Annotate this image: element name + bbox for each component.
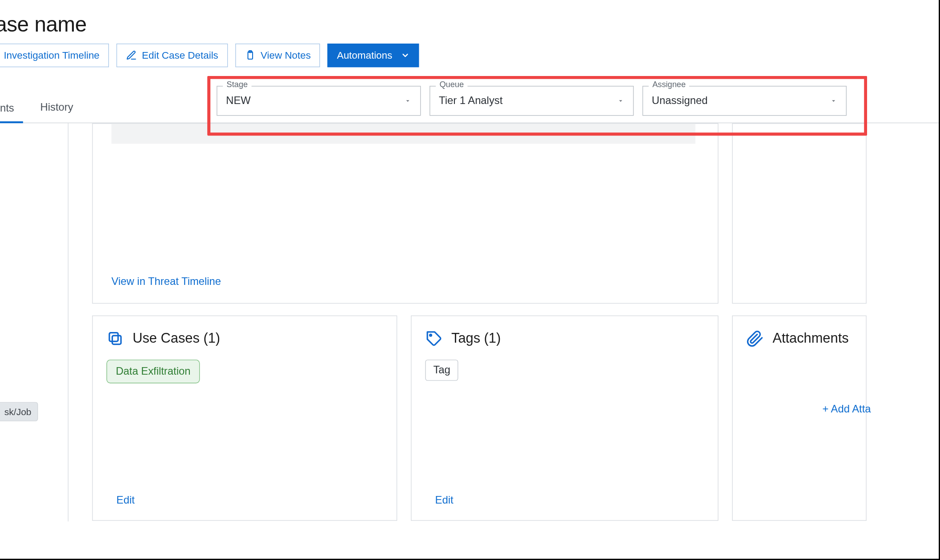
toolbar: Investigation Timeline Edit Case Details… <box>0 44 419 67</box>
use-cases-header: Use Cases (1) <box>106 330 383 347</box>
stage-select[interactable]: NEW <box>217 86 421 116</box>
paperclip-icon <box>747 330 764 347</box>
task-job-chip[interactable]: sk/Job <box>0 402 38 421</box>
use-case-chip[interactable]: Data Exfiltration <box>106 360 200 383</box>
edit-case-details-button[interactable]: Edit Case Details <box>116 44 228 67</box>
caret-down-icon <box>404 97 412 104</box>
stage-value: NEW <box>226 95 251 107</box>
copy-stack-icon <box>106 330 124 347</box>
add-attachment-link[interactable]: + Add Atta <box>822 403 871 416</box>
attachments-title: Attachments <box>772 330 848 346</box>
queue-field: Queue Tier 1 Analyst <box>430 81 634 116</box>
queue-label: Queue <box>436 80 467 89</box>
tag-chip[interactable]: Tag <box>425 360 458 381</box>
use-cases-card: Use Cases (1) Data Exfiltration Edit <box>92 316 397 521</box>
caret-down-icon <box>830 97 837 104</box>
caret-down-icon <box>617 97 624 104</box>
pencil-icon <box>126 50 137 61</box>
svg-rect-3 <box>109 333 118 342</box>
tab-history[interactable]: History <box>40 101 82 123</box>
stage-label: Stage <box>223 80 251 89</box>
clipboard-icon <box>245 50 256 61</box>
assignee-label: Assignee <box>649 80 690 89</box>
edit-case-details-label: Edit Case Details <box>142 50 218 61</box>
tags-card: Tags (1) Tag Edit <box>411 316 719 521</box>
view-notes-button[interactable]: View Notes <box>235 44 320 67</box>
assignee-value: Unassigned <box>652 95 708 107</box>
case-routing-selects: Stage NEW Queue Tier 1 Analyst Assignee … <box>217 81 847 116</box>
tags-header: Tags (1) <box>425 330 704 347</box>
tags-edit-link[interactable]: Edit <box>435 494 454 507</box>
automations-label: Automations <box>337 50 393 61</box>
automations-dropdown[interactable]: Automations <box>328 44 419 67</box>
attachments-card: Attachments + Add Atta <box>732 316 866 521</box>
assignee-field: Assignee Unassigned <box>643 81 847 116</box>
chevron-down-icon <box>401 51 410 60</box>
use-cases-title: Use Cases (1) <box>133 330 220 346</box>
page-title: Case name <box>0 12 87 37</box>
stage-field: Stage NEW <box>217 81 421 116</box>
right-info-panel <box>732 123 866 304</box>
svg-point-4 <box>430 334 431 336</box>
use-cases-edit-link[interactable]: Edit <box>116 494 135 507</box>
threat-timeline-panel: View in Threat Timeline <box>92 123 718 304</box>
queue-select[interactable]: Tier 1 Analyst <box>430 86 634 116</box>
queue-value: Tier 1 Analyst <box>439 95 502 107</box>
investigation-timeline-button[interactable]: Investigation Timeline <box>0 44 109 67</box>
left-sidebar: sk/Job <box>0 123 68 521</box>
svg-rect-2 <box>112 336 121 344</box>
tab-partial[interactable]: nts <box>0 102 23 124</box>
attachments-header: Attachments <box>747 330 852 347</box>
investigation-timeline-label: Investigation Timeline <box>4 50 99 61</box>
tag-icon <box>425 330 442 347</box>
timeline-track <box>112 124 695 144</box>
tags-title: Tags (1) <box>451 330 501 346</box>
view-notes-label: View Notes <box>261 50 311 61</box>
view-in-threat-timeline-link[interactable]: View in Threat Timeline <box>112 276 221 288</box>
assignee-select[interactable]: Unassigned <box>643 86 847 116</box>
